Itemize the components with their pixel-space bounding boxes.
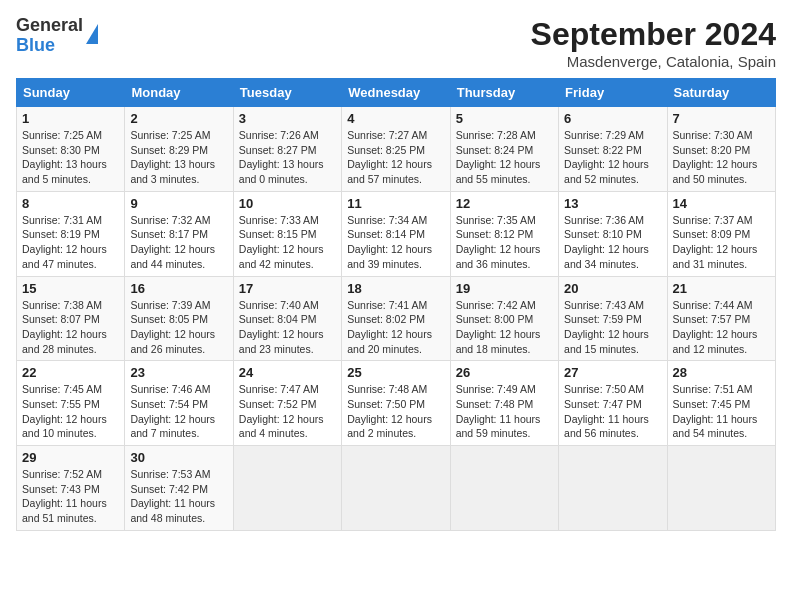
day-number: 18 (347, 281, 444, 296)
day-number: 27 (564, 365, 661, 380)
calendar-cell: 1Sunrise: 7:25 AMSunset: 8:30 PMDaylight… (17, 107, 125, 192)
logo-triangle-icon (86, 24, 98, 44)
day-info: Sunrise: 7:43 AMSunset: 7:59 PMDaylight:… (564, 298, 661, 357)
day-number: 29 (22, 450, 119, 465)
calendar-cell: 21Sunrise: 7:44 AMSunset: 7:57 PMDayligh… (667, 276, 775, 361)
day-info: Sunrise: 7:50 AMSunset: 7:47 PMDaylight:… (564, 382, 661, 441)
day-info: Sunrise: 7:37 AMSunset: 8:09 PMDaylight:… (673, 213, 770, 272)
day-number: 13 (564, 196, 661, 211)
day-number: 30 (130, 450, 227, 465)
calendar-week-row: 1Sunrise: 7:25 AMSunset: 8:30 PMDaylight… (17, 107, 776, 192)
day-info: Sunrise: 7:39 AMSunset: 8:05 PMDaylight:… (130, 298, 227, 357)
day-info: Sunrise: 7:53 AMSunset: 7:42 PMDaylight:… (130, 467, 227, 526)
day-number: 17 (239, 281, 336, 296)
month-title: September 2024 (531, 16, 776, 53)
day-number: 11 (347, 196, 444, 211)
logo-blue: Blue (16, 36, 83, 56)
day-number: 16 (130, 281, 227, 296)
day-info: Sunrise: 7:25 AMSunset: 8:30 PMDaylight:… (22, 128, 119, 187)
day-info: Sunrise: 7:52 AMSunset: 7:43 PMDaylight:… (22, 467, 119, 526)
day-info: Sunrise: 7:42 AMSunset: 8:00 PMDaylight:… (456, 298, 553, 357)
day-info: Sunrise: 7:35 AMSunset: 8:12 PMDaylight:… (456, 213, 553, 272)
calendar-week-row: 8Sunrise: 7:31 AMSunset: 8:19 PMDaylight… (17, 191, 776, 276)
day-info: Sunrise: 7:28 AMSunset: 8:24 PMDaylight:… (456, 128, 553, 187)
calendar-cell: 15Sunrise: 7:38 AMSunset: 8:07 PMDayligh… (17, 276, 125, 361)
day-of-week-header: Sunday (17, 79, 125, 107)
calendar-cell: 18Sunrise: 7:41 AMSunset: 8:02 PMDayligh… (342, 276, 450, 361)
calendar-header-row: SundayMondayTuesdayWednesdayThursdayFrid… (17, 79, 776, 107)
day-of-week-header: Tuesday (233, 79, 341, 107)
day-of-week-header: Saturday (667, 79, 775, 107)
day-info: Sunrise: 7:46 AMSunset: 7:54 PMDaylight:… (130, 382, 227, 441)
day-number: 15 (22, 281, 119, 296)
calendar-cell: 24Sunrise: 7:47 AMSunset: 7:52 PMDayligh… (233, 361, 341, 446)
calendar-cell: 13Sunrise: 7:36 AMSunset: 8:10 PMDayligh… (559, 191, 667, 276)
calendar-cell: 29Sunrise: 7:52 AMSunset: 7:43 PMDayligh… (17, 446, 125, 531)
day-number: 2 (130, 111, 227, 126)
logo-general: General (16, 16, 83, 36)
calendar-cell: 27Sunrise: 7:50 AMSunset: 7:47 PMDayligh… (559, 361, 667, 446)
calendar-cell: 30Sunrise: 7:53 AMSunset: 7:42 PMDayligh… (125, 446, 233, 531)
calendar-cell: 17Sunrise: 7:40 AMSunset: 8:04 PMDayligh… (233, 276, 341, 361)
calendar-cell (559, 446, 667, 531)
day-number: 22 (22, 365, 119, 380)
calendar-cell: 28Sunrise: 7:51 AMSunset: 7:45 PMDayligh… (667, 361, 775, 446)
logo: General Blue (16, 16, 98, 56)
day-info: Sunrise: 7:29 AMSunset: 8:22 PMDaylight:… (564, 128, 661, 187)
day-info: Sunrise: 7:44 AMSunset: 7:57 PMDaylight:… (673, 298, 770, 357)
location: Masdenverge, Catalonia, Spain (531, 53, 776, 70)
day-info: Sunrise: 7:48 AMSunset: 7:50 PMDaylight:… (347, 382, 444, 441)
calendar-cell: 12Sunrise: 7:35 AMSunset: 8:12 PMDayligh… (450, 191, 558, 276)
calendar-cell: 8Sunrise: 7:31 AMSunset: 8:19 PMDaylight… (17, 191, 125, 276)
calendar-week-row: 22Sunrise: 7:45 AMSunset: 7:55 PMDayligh… (17, 361, 776, 446)
day-number: 24 (239, 365, 336, 380)
calendar-cell: 19Sunrise: 7:42 AMSunset: 8:00 PMDayligh… (450, 276, 558, 361)
day-info: Sunrise: 7:33 AMSunset: 8:15 PMDaylight:… (239, 213, 336, 272)
day-number: 19 (456, 281, 553, 296)
calendar-cell: 26Sunrise: 7:49 AMSunset: 7:48 PMDayligh… (450, 361, 558, 446)
calendar-cell: 2Sunrise: 7:25 AMSunset: 8:29 PMDaylight… (125, 107, 233, 192)
calendar-cell (450, 446, 558, 531)
day-number: 8 (22, 196, 119, 211)
day-info: Sunrise: 7:38 AMSunset: 8:07 PMDaylight:… (22, 298, 119, 357)
day-number: 12 (456, 196, 553, 211)
calendar-week-row: 29Sunrise: 7:52 AMSunset: 7:43 PMDayligh… (17, 446, 776, 531)
calendar-cell (342, 446, 450, 531)
day-info: Sunrise: 7:26 AMSunset: 8:27 PMDaylight:… (239, 128, 336, 187)
day-number: 25 (347, 365, 444, 380)
calendar-week-row: 15Sunrise: 7:38 AMSunset: 8:07 PMDayligh… (17, 276, 776, 361)
day-of-week-header: Thursday (450, 79, 558, 107)
day-number: 20 (564, 281, 661, 296)
calendar-cell: 7Sunrise: 7:30 AMSunset: 8:20 PMDaylight… (667, 107, 775, 192)
day-of-week-header: Friday (559, 79, 667, 107)
day-number: 7 (673, 111, 770, 126)
day-number: 6 (564, 111, 661, 126)
calendar-cell (233, 446, 341, 531)
day-info: Sunrise: 7:51 AMSunset: 7:45 PMDaylight:… (673, 382, 770, 441)
day-number: 9 (130, 196, 227, 211)
day-number: 26 (456, 365, 553, 380)
calendar-cell: 9Sunrise: 7:32 AMSunset: 8:17 PMDaylight… (125, 191, 233, 276)
calendar-cell: 16Sunrise: 7:39 AMSunset: 8:05 PMDayligh… (125, 276, 233, 361)
day-info: Sunrise: 7:30 AMSunset: 8:20 PMDaylight:… (673, 128, 770, 187)
day-info: Sunrise: 7:49 AMSunset: 7:48 PMDaylight:… (456, 382, 553, 441)
day-info: Sunrise: 7:25 AMSunset: 8:29 PMDaylight:… (130, 128, 227, 187)
day-info: Sunrise: 7:36 AMSunset: 8:10 PMDaylight:… (564, 213, 661, 272)
day-info: Sunrise: 7:31 AMSunset: 8:19 PMDaylight:… (22, 213, 119, 272)
day-number: 5 (456, 111, 553, 126)
day-number: 21 (673, 281, 770, 296)
day-info: Sunrise: 7:34 AMSunset: 8:14 PMDaylight:… (347, 213, 444, 272)
calendar-cell: 22Sunrise: 7:45 AMSunset: 7:55 PMDayligh… (17, 361, 125, 446)
calendar-cell: 6Sunrise: 7:29 AMSunset: 8:22 PMDaylight… (559, 107, 667, 192)
page-header: General Blue September 2024 Masdenverge,… (16, 16, 776, 70)
day-number: 10 (239, 196, 336, 211)
day-info: Sunrise: 7:47 AMSunset: 7:52 PMDaylight:… (239, 382, 336, 441)
day-number: 28 (673, 365, 770, 380)
day-of-week-header: Monday (125, 79, 233, 107)
day-number: 23 (130, 365, 227, 380)
day-info: Sunrise: 7:40 AMSunset: 8:04 PMDaylight:… (239, 298, 336, 357)
day-number: 1 (22, 111, 119, 126)
calendar-table: SundayMondayTuesdayWednesdayThursdayFrid… (16, 78, 776, 531)
calendar-cell: 23Sunrise: 7:46 AMSunset: 7:54 PMDayligh… (125, 361, 233, 446)
calendar-body: 1Sunrise: 7:25 AMSunset: 8:30 PMDaylight… (17, 107, 776, 531)
